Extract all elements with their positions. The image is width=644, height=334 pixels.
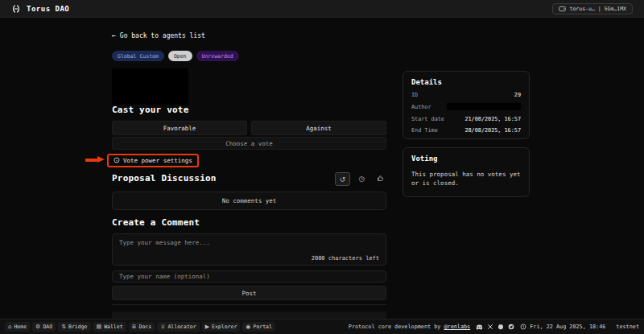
- wallet-address: torus-u… | 5Gm…1MX: [570, 6, 626, 12]
- badge-status-open: Open: [168, 51, 192, 61]
- nav-allocator[interactable]: ♕ Allocator: [157, 322, 200, 332]
- nav-home[interactable]: ⌂ Home: [5, 322, 30, 332]
- x-twitter-icon[interactable]: [487, 324, 493, 330]
- footer-meta: Protocol core development by @renlabs: [349, 324, 639, 330]
- vote-power-settings-button[interactable]: Vote power settings: [114, 157, 192, 164]
- against-button[interactable]: Against: [251, 121, 386, 135]
- create-comment-title: Create a Comment: [112, 217, 200, 228]
- wallet-icon: ▤: [97, 324, 102, 330]
- nav-docs[interactable]: ≣ Docs: [129, 322, 155, 332]
- detail-row-id: ID 29: [411, 92, 521, 98]
- wallet-icon: [559, 6, 566, 12]
- detail-row-start-date: Start date 21/08/2025, 16:57: [411, 116, 521, 122]
- thumbs-up-icon: [377, 175, 384, 182]
- comment-sort-controls: ↺ ◷: [335, 172, 387, 186]
- nav-portal[interactable]: ◉ Portal: [242, 322, 275, 332]
- back-to-agents-link[interactable]: ← Go back to agents list: [112, 32, 205, 39]
- docs-icon: ≣: [132, 324, 137, 330]
- voting-panel: Voting This proposal has no votes yet or…: [402, 147, 530, 197]
- vote-choice-group: Favorable Against: [112, 121, 386, 135]
- wallet-account-button[interactable]: torus-u… | 5Gm…1MX: [552, 3, 633, 14]
- social-links: [476, 324, 514, 330]
- credit-text: Protocol core development by @renlabs: [349, 324, 470, 330]
- brand-title: Torus DAO: [27, 5, 69, 13]
- brand: Torus DAO: [11, 4, 69, 14]
- choose-vote-button[interactable]: Choose a vote: [112, 137, 386, 150]
- cast-vote-title: Cast your vote: [112, 105, 189, 115]
- voting-status-text: This proposal has no votes yet or is clo…: [411, 170, 521, 188]
- sort-newest-button[interactable]: ↺: [335, 172, 350, 186]
- portal-icon: ◉: [246, 324, 250, 330]
- comment-message-box: 2000 characters left: [112, 233, 386, 266]
- annotation-highlight: Vote power settings: [107, 151, 199, 167]
- nav-explorer[interactable]: ▶ Explorer: [202, 322, 241, 332]
- nav-wallet[interactable]: ▤ Wallet: [93, 322, 126, 332]
- badge-unrewarded: Unrewarded: [196, 51, 239, 61]
- proposal-badges: Global Custom Open Unrewarded: [112, 51, 239, 61]
- details-title: Details: [411, 78, 521, 86]
- no-comments-text: No comments yet: [222, 197, 277, 204]
- favorable-button[interactable]: Favorable: [112, 121, 247, 135]
- telegram-icon[interactable]: [508, 324, 514, 330]
- footer-nav: ⌂ Home ⚙ DAO ⇅ Bridge ▤ Wallet ≣ Docs ♕ …: [5, 322, 275, 332]
- redacted-author: [447, 103, 521, 110]
- badge-global-custom: Global Custom: [112, 51, 164, 61]
- section-divider: [112, 304, 386, 305]
- nav-dao[interactable]: ⚙ DAO: [32, 322, 56, 332]
- discussion-title: Proposal Discussion: [112, 173, 217, 183]
- back-link-label: Go back to agents list: [120, 32, 205, 39]
- nav-bridge[interactable]: ⇅ Bridge: [58, 322, 90, 332]
- torus-dao-page: Torus DAO torus-u… | 5Gm…1MX ← Go back t…: [0, 0, 644, 334]
- explorer-icon: ▶: [205, 324, 209, 330]
- details-panel: Details ID 29 Author Start date 21/08/20…: [402, 71, 530, 139]
- torus-logo-icon: [11, 4, 21, 14]
- sort-upvoted-button[interactable]: [374, 172, 387, 184]
- comment-name-input[interactable]: [113, 271, 386, 282]
- detail-row-author: Author: [411, 103, 521, 110]
- clock-icon: [520, 324, 526, 330]
- redacted-proposal-title: [112, 68, 188, 105]
- vote-power-settings-label: Vote power settings: [123, 157, 192, 164]
- allocator-icon: ♕: [160, 324, 165, 330]
- info-icon: [114, 157, 120, 163]
- comment-name-box: [112, 270, 386, 282]
- no-comments-panel: No comments yet: [112, 192, 386, 210]
- clock-icon: ◷: [359, 175, 365, 183]
- footer-datetime: Fri, 22 Aug 2025, 18:46: [520, 324, 605, 330]
- bridge-icon: ⇅: [61, 324, 66, 330]
- chars-left-counter: 2000 characters left: [312, 255, 379, 262]
- renlabs-link[interactable]: @renlabs: [444, 324, 470, 330]
- github-icon[interactable]: [497, 324, 504, 330]
- network-badge: testnet: [616, 324, 639, 330]
- post-comment-button[interactable]: Post: [112, 286, 386, 300]
- annotation-arrow: [85, 156, 106, 163]
- footer-bar: ⌂ Home ⚙ DAO ⇅ Bridge ▤ Wallet ≣ Docs ♕ …: [0, 319, 644, 334]
- sort-oldest-button[interactable]: ◷: [355, 172, 369, 184]
- top-bar: Torus DAO torus-u… | 5Gm…1MX: [0, 0, 644, 18]
- back-arrow-icon: ←: [112, 32, 116, 39]
- next-section-peek: [112, 311, 386, 319]
- history-icon: ↺: [340, 175, 346, 183]
- dao-icon: ⚙: [35, 324, 40, 330]
- detail-row-end-time: End Time 28/08/2025, 16:57: [411, 127, 521, 134]
- discord-icon[interactable]: [476, 324, 483, 330]
- voting-title: Voting: [411, 155, 521, 163]
- home-icon: ⌂: [8, 324, 11, 330]
